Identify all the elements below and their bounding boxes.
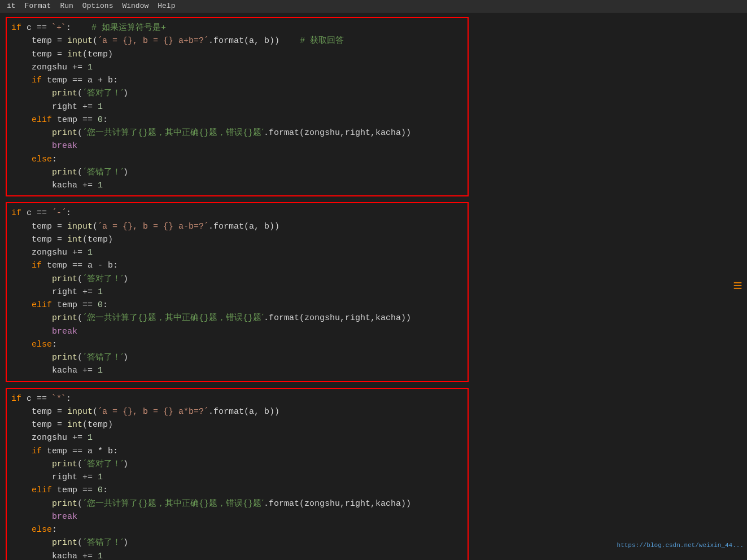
code-token: 0 xyxy=(98,485,103,495)
menu-it[interactable]: it xyxy=(2,0,20,12)
code-line: if temp == a * b: xyxy=(11,445,463,458)
code-line: temp = int(temp) xyxy=(11,48,463,61)
menu-options[interactable]: Options xyxy=(78,0,118,12)
code-line: kacha += 1 xyxy=(11,364,463,377)
code-token: 0 xyxy=(98,115,103,125)
code-token: : xyxy=(103,300,108,310)
menu-format[interactable]: Format xyxy=(20,0,56,12)
code-token: .format(a, b)) xyxy=(208,222,279,231)
code-token: ˊ答对了！ˊ xyxy=(82,274,123,284)
code-line: if c == ˊ-ˊ: xyxy=(11,207,463,220)
code-token: print xyxy=(52,313,77,323)
code-token xyxy=(11,76,32,85)
code-token xyxy=(11,89,52,98)
code-token: ˊ答对了！ˊ xyxy=(82,460,123,469)
code-token: 1 xyxy=(88,63,93,72)
code-token: temp = xyxy=(11,235,67,244)
code-token: print xyxy=(52,460,77,469)
code-token: temp == a * b: xyxy=(42,447,118,456)
code-token: ( xyxy=(77,89,82,98)
code-token: 1 xyxy=(88,433,93,443)
code-line: elif temp == 0: xyxy=(11,113,463,126)
code-token: ) xyxy=(123,89,128,98)
code-block-block-multiply: if c == ˋ*ˋ: temp = input(ˊa = {}, b = {… xyxy=(6,388,469,561)
code-line: print(ˊ答错了！ˊ) xyxy=(11,536,463,549)
code-token: ˊ-ˊ xyxy=(52,208,66,218)
code-token: ˊ您一共计算了{}题，其中正确{}题，错误{}题ˊ xyxy=(82,128,264,138)
code-token: temp == xyxy=(52,115,98,125)
code-token xyxy=(11,115,32,125)
code-token: : xyxy=(52,340,57,349)
code-token xyxy=(11,340,32,349)
code-token: ) xyxy=(123,274,128,284)
code-token: : xyxy=(66,208,71,218)
code-token: ˋ*ˋ xyxy=(52,394,66,404)
code-token: (temp) xyxy=(82,235,113,244)
code-token: 1 xyxy=(98,552,103,561)
code-token: print xyxy=(52,499,77,509)
code-token: ) xyxy=(123,353,128,362)
code-token xyxy=(11,447,32,456)
code-token: ( xyxy=(77,274,82,284)
code-token: break xyxy=(52,141,77,151)
code-token: ( xyxy=(77,538,82,548)
code-token: else xyxy=(32,340,52,349)
code-token: : xyxy=(66,23,91,33)
code-token: temp = xyxy=(11,420,67,430)
code-line: else: xyxy=(11,153,463,166)
code-token: ˊ答错了！ˊ xyxy=(82,353,123,362)
menu-window[interactable]: Window xyxy=(117,0,153,12)
code-token: ˊa = {}, b = {} a-b=?ˊ xyxy=(98,222,208,231)
code-token xyxy=(11,512,52,522)
code-token: print xyxy=(52,128,77,138)
code-line: right += 1 xyxy=(11,471,463,484)
code-line: if temp == a + b: xyxy=(11,74,463,87)
code-token: temp = xyxy=(11,407,67,417)
code-token: zongshu += xyxy=(11,63,88,72)
code-token: temp == xyxy=(52,300,98,310)
code-token: temp == a + b: xyxy=(42,76,118,85)
code-token: (temp) xyxy=(82,50,113,59)
code-token: ˊ您一共计算了{}题，其中正确{}题，错误{}题ˊ xyxy=(82,499,264,509)
code-token: int xyxy=(67,235,82,244)
code-line: temp = int(temp) xyxy=(11,418,463,431)
code-line: temp = int(temp) xyxy=(11,233,463,246)
code-token: ( xyxy=(77,499,82,509)
code-token: ( xyxy=(77,128,82,138)
url-bar: https://blog.csdn.net/weixin_44... xyxy=(617,542,747,549)
code-token xyxy=(11,460,52,469)
code-token: right += xyxy=(11,473,98,482)
code-token: if xyxy=(32,447,42,456)
code-line: if c == ˋ*ˋ: xyxy=(11,392,463,405)
code-token: if xyxy=(11,208,21,218)
code-line: if temp == a - b: xyxy=(11,259,463,272)
code-token: temp = xyxy=(11,36,67,46)
code-block-block-plus: if c == ˋ+ˋ: # 如果运算符号是+ temp = input(ˊa … xyxy=(6,17,469,196)
code-token: if xyxy=(32,76,42,85)
code-token: temp == a - b: xyxy=(42,261,118,270)
code-token: ˊa = {}, b = {} a+b=?ˊ xyxy=(98,36,208,46)
menu-help[interactable]: Help xyxy=(153,0,180,12)
code-token xyxy=(11,261,32,270)
code-token: 1 xyxy=(98,181,103,190)
code-token xyxy=(11,313,52,323)
code-token: if xyxy=(11,394,21,404)
code-token: input xyxy=(67,36,93,46)
code-token: 0 xyxy=(98,300,103,310)
code-token: kacha += xyxy=(11,181,98,190)
code-token: zongshu += xyxy=(11,433,88,443)
code-token: print xyxy=(52,353,77,362)
menu-run[interactable]: Run xyxy=(55,0,77,12)
code-token: .format(zongshu,right,kacha)) xyxy=(264,499,411,509)
code-token: else xyxy=(32,525,52,535)
code-line: print(ˊ答对了！ˊ) xyxy=(11,273,463,286)
code-line: else: xyxy=(11,523,463,536)
code-line: temp = input(ˊa = {}, b = {} a+b=?ˊ.form… xyxy=(11,34,463,47)
code-line: kacha += 1 xyxy=(11,550,463,561)
code-token: .format(a, b)) xyxy=(208,36,300,46)
code-token: elif xyxy=(32,300,52,310)
code-line: right += 1 xyxy=(11,100,463,113)
code-token: 1 xyxy=(98,102,103,112)
code-token: : xyxy=(103,485,108,495)
code-line: if c == ˋ+ˋ: # 如果运算符号是+ xyxy=(11,21,463,34)
